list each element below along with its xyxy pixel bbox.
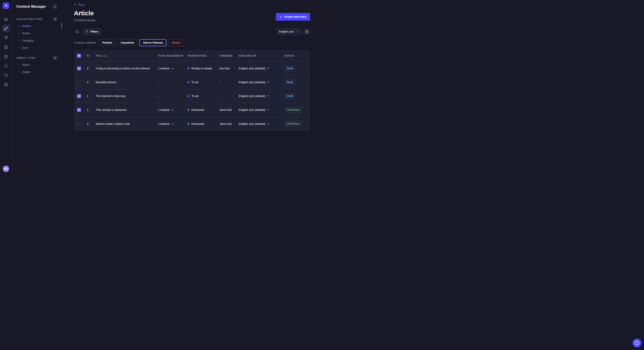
sidebar-item-article[interactable]: Article	[12, 22, 62, 29]
add-to-release-button[interactable]: Add to Release	[140, 39, 166, 46]
main-nav-rail: KD	[0, 0, 12, 175]
strapi-logo[interactable]	[3, 2, 9, 9]
stage-dot-icon	[188, 123, 189, 125]
cell-id: 4	[87, 81, 96, 84]
sidebar-item-global[interactable]: Global	[12, 68, 62, 75]
sidebar-item-label: Article	[22, 24, 31, 28]
entries-table: ID TITLE TO BE RELEASED IN REVIEW STAGE …	[74, 50, 310, 131]
locale-select[interactable]: English (en)	[276, 28, 302, 35]
caret-down-icon[interactable]	[172, 68, 173, 69]
filters-button[interactable]: Filters	[83, 28, 101, 35]
column-header-available[interactable]: AVAILABLE IN	[239, 54, 284, 57]
row-checkbox[interactable]	[77, 80, 81, 84]
column-header-release[interactable]: TO BE RELEASED IN	[158, 54, 188, 57]
cell-release: 1 release	[158, 108, 188, 111]
sidebar-item-about[interactable]: About	[12, 61, 62, 68]
table-row[interactable]: 1 The internet's Own boy - To do - Engli…	[74, 89, 310, 103]
section-count-badge: 2	[53, 56, 58, 60]
cell-id: 2	[87, 108, 96, 111]
section-single-types: SINGLE TYPES 2	[12, 54, 62, 61]
cell-assignee: Kai Doe	[220, 67, 239, 70]
row-checkbox[interactable]	[77, 94, 81, 98]
cell-available-in[interactable]: English (en) (default)	[239, 122, 284, 126]
nav-content-manager[interactable]	[2, 25, 10, 32]
column-header-title[interactable]: TITLE	[96, 54, 158, 57]
stage-dot-icon	[188, 68, 189, 69]
sidebar-item-category[interactable]: Category	[12, 37, 62, 44]
column-header-assignee[interactable]: ASSIGNEE	[220, 54, 239, 57]
sidebar-item-user[interactable]: User	[12, 44, 62, 51]
content-manager-subnav: Content Manager COLLECTION TYPES 4 Artic…	[12, 0, 62, 175]
back-label: Back	[78, 3, 85, 6]
bullet-icon	[18, 40, 20, 41]
cell-release: 1 release	[158, 67, 188, 70]
nav-settings[interactable]	[2, 81, 10, 88]
back-link[interactable]: Back	[74, 3, 85, 6]
filter-icon	[86, 30, 88, 33]
search-icon	[54, 5, 56, 8]
cell-review-stage: Reviewed	[188, 108, 220, 111]
caret-down-icon	[267, 95, 269, 97]
cell-id: 3	[87, 67, 96, 70]
pen-icon	[4, 26, 8, 30]
sidebar-item-label: Global	[22, 70, 30, 74]
table-row[interactable]: 3 A bug is becoming a meme on the intern…	[74, 62, 310, 75]
sidebar-item-author[interactable]: Author	[12, 29, 62, 37]
column-header-status[interactable]: STATUS	[284, 54, 307, 57]
row-checkbox[interactable]	[77, 67, 81, 70]
publish-button[interactable]: Publish	[99, 39, 116, 46]
column-header-id[interactable]: ID	[87, 54, 96, 57]
subnav-search-button[interactable]	[52, 4, 58, 9]
select-all-checkbox[interactable]	[77, 54, 81, 58]
nav-deploy[interactable]	[2, 62, 10, 70]
cell-available-in[interactable]: English (en) (default)	[239, 81, 284, 84]
search-icon	[76, 30, 79, 33]
nav-marketplace[interactable]	[2, 71, 10, 79]
caret-down-icon[interactable]	[172, 124, 173, 125]
cell-available-in[interactable]: English (en) (default)	[239, 94, 284, 98]
cell-id: 5	[87, 122, 96, 126]
nav-releases[interactable]	[2, 34, 10, 42]
cell-title: The internet's Own boy	[96, 94, 158, 98]
create-new-entry-button[interactable]: Create new entry	[276, 13, 310, 21]
view-settings-button[interactable]	[303, 28, 310, 35]
check-icon	[78, 109, 80, 111]
subnav-divider	[16, 13, 21, 13]
column-header-stage[interactable]: REVIEW STAGE	[188, 54, 220, 57]
cell-review-stage: Ready to review	[188, 67, 220, 70]
nav-media-library[interactable]	[2, 43, 10, 51]
row-checkbox[interactable]	[77, 108, 81, 112]
user-avatar[interactable]: KD	[3, 166, 9, 172]
search-button[interactable]	[74, 28, 80, 35]
chevron-down-icon	[296, 30, 299, 33]
locale-selected-value: English (en)	[279, 30, 294, 33]
table-row[interactable]: 4 Beautiful picture - To do - English (e…	[74, 75, 310, 89]
cell-available-in[interactable]: English (en) (default)	[239, 67, 284, 70]
sort-ascending-icon[interactable]	[104, 55, 106, 56]
status-badge: Draft	[284, 66, 296, 71]
cell-assignee: -	[220, 81, 239, 84]
layout-icon	[4, 55, 8, 58]
nav-content-type-builder[interactable]	[2, 53, 10, 60]
nav-home[interactable]	[2, 15, 10, 23]
unpublish-button[interactable]: Unpublish	[118, 39, 138, 46]
cloud-icon	[4, 64, 8, 68]
section-collection-types: COLLECTION TYPES 4	[12, 15, 62, 22]
status-badge: Draft	[284, 93, 296, 99]
cell-review-stage: Reviewed	[188, 122, 220, 126]
filters-label: Filters	[90, 30, 98, 33]
sidebar-item-label: Author	[22, 32, 30, 35]
sidebar-item-label: User	[22, 46, 28, 49]
table-row[interactable]: 2 This shrimp is awesome 1 release Revie…	[74, 103, 310, 117]
cell-review-stage: To do	[188, 94, 220, 98]
status-badge: Published	[284, 121, 302, 127]
row-checkbox[interactable]	[77, 122, 81, 126]
delete-button[interactable]: Delete	[168, 39, 183, 46]
cell-assignee: -	[220, 94, 239, 98]
cell-available-in[interactable]: English (en) (default)	[239, 108, 284, 111]
shopping-cart-icon	[4, 73, 8, 77]
table-row[interactable]: 5 What's inside a Black Hole 1 release R…	[74, 117, 310, 131]
gear-icon	[4, 83, 8, 87]
section-count-badge: 4	[53, 17, 58, 21]
caret-down-icon[interactable]	[172, 110, 173, 111]
